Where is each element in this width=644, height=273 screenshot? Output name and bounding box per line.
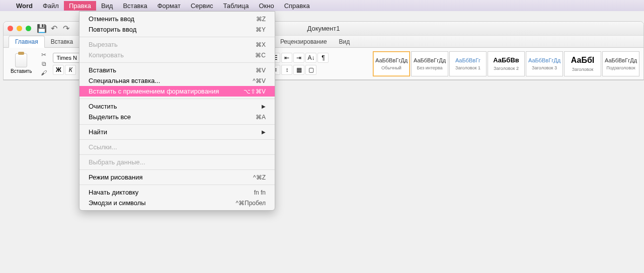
style-gallery-item[interactable]: АаБбВвГгЗаголовок 1 [449,51,487,76]
submenu-arrow-icon: ▶ [262,104,266,109]
style-label: Подзаголовок [606,65,635,70]
copy-icon[interactable]: ⧉ [40,60,48,67]
menu-item-shortcut: ⌘C [255,52,266,59]
save-icon[interactable]: 💾 [37,24,46,33]
tab-view[interactable]: Вид [333,36,356,47]
menubar-item-insert[interactable]: Вставка [118,1,152,11]
style-preview: АаБбВвГг [455,57,480,63]
menu-item[interactable]: Очистить▶ [79,101,275,112]
style-preview: АаБбВв [493,56,519,64]
style-preview: АаБбВвГгДд [375,57,408,63]
style-gallery-item[interactable]: АаБбВвЗаголовок 2 [488,51,525,76]
menu-item-label: Начать диктовку [89,189,138,196]
menu-item-label: Отменить ввод [89,15,134,23]
menu-item-label: Найти [89,128,107,136]
outdent-icon[interactable]: ⇤ [281,53,292,63]
menu-item[interactable]: Выделить все⌘A [79,112,275,122]
bold-button[interactable]: Ж [53,65,64,75]
cut-icon[interactable]: ✂ [40,51,48,58]
menu-item[interactable]: Начать диктовкуfn fn [79,187,275,198]
menu-item[interactable]: Вставить с применением форматирования⌥⇧⌘… [79,86,275,97]
menu-item-shortcut: ⌘Y [256,26,266,33]
indent-icon[interactable]: ⇥ [293,53,304,63]
tab-insert[interactable]: Вставка [45,36,79,47]
tab-home[interactable]: Главная [9,36,45,48]
clipboard-small-buttons: ✂ ⧉ 🖌 [38,51,50,76]
menu-item-label: Вставить с применением форматирования [89,87,219,95]
borders-icon[interactable]: ▢ [305,65,316,75]
menu-item[interactable]: Режим рисования^⌘Z [79,172,275,183]
style-label: Заголовок 2 [494,66,519,71]
menu-separator [79,185,275,185]
menu-item-shortcut: ⌘Z [256,16,266,23]
menu-item-label: Выделить все [89,113,131,121]
document-title: Документ1 [307,25,340,32]
zoom-icon[interactable] [26,26,31,31]
style-label: Обычный [381,65,401,70]
minimize-icon[interactable] [17,26,22,31]
menu-item-label: Эмодзи и символы [89,199,146,207]
shading-icon[interactable]: ▦ [293,65,304,75]
menubar-app-name[interactable]: Word [11,1,38,11]
menu-item-shortcut: ⌘V [256,67,266,74]
menu-separator [79,139,275,140]
quick-access-toolbar: 💾 ↶ ↷ [37,24,70,33]
menu-item: Выбрать данные... [79,157,275,167]
style-gallery-item[interactable]: АаБбВвГгДдБез интерва [411,51,448,76]
menu-item-label: Специальная вставка... [89,77,160,84]
menu-item: Вырезать⌘X [79,39,275,50]
menubar-item-file[interactable]: Файл [38,1,64,11]
menu-item[interactable]: Повторить ввод⌘Y [79,24,275,35]
style-preview: АаБбВвГгДд [605,57,637,63]
menu-item[interactable]: Отменить ввод⌘Z [79,14,275,24]
menu-item-label: Вставить [89,66,116,74]
menu-item-shortcut: ^⌘Z [253,174,266,181]
menu-item[interactable]: Специальная вставка...^⌘V [79,75,275,86]
format-painter-icon[interactable]: 🖌 [40,69,48,76]
menubar-item-tools[interactable]: Сервис [186,1,218,11]
style-label: Без интерва [417,65,442,70]
style-label: Заголовок 1 [455,65,480,70]
menubar-item-format[interactable]: Формат [152,1,186,11]
italic-button[interactable]: К [65,65,76,75]
menu-item-label: Копировать [89,51,124,59]
menubar-item-help[interactable]: Справка [279,1,315,11]
menu-item-shortcut: ⌥⇧⌘V [244,88,266,95]
style-gallery-item[interactable]: АаБбВвГгДдЗаголовок 3 [526,51,563,76]
style-gallery-item[interactable]: АаБбВвГгДдОбычный [373,51,410,76]
style-gallery-item[interactable]: АаБбВвГгДдПодзаголовок [602,51,639,76]
menu-item-label: Вырезать [89,41,118,48]
menu-item-label: Ссылки... [89,143,117,151]
menu-separator [79,124,275,125]
menubar-item-edit[interactable]: Правка [64,1,96,11]
menubar-item-window[interactable]: Окно [254,1,279,11]
menu-item: Ссылки... [79,142,275,152]
style-preview: АаБбI [571,56,594,65]
close-icon[interactable] [8,26,13,31]
line-spacing-icon[interactable]: ↕ [281,65,292,75]
menubar-item-table[interactable]: Таблица [218,1,254,11]
menu-item-shortcut: ⌘X [256,41,266,48]
submenu-arrow-icon: ▶ [262,129,266,135]
edit-menu-dropdown: Отменить ввод⌘ZПовторить ввод⌘YВырезать⌘… [79,11,275,211]
menu-item: Копировать⌘C [79,50,275,60]
style-label: Заголовок [572,67,593,72]
paragraph-icon[interactable]: ¶ [317,53,329,63]
menu-item[interactable]: Найти▶ [79,127,275,137]
menu-item[interactable]: Вставить⌘V [79,65,275,75]
sort-icon[interactable]: A↓ [305,53,316,63]
menu-item-label: Выбрать данные... [89,158,145,166]
paste-label: Вставить [11,68,32,74]
tab-review[interactable]: Рецензирование [274,36,333,47]
styles-gallery: АаБбВвГгДдОбычныйАаБбВвГгДдБез интерваАа… [373,51,639,76]
paste-button[interactable]: Вставить [8,52,35,75]
menu-separator [79,62,275,63]
menu-item-label: Повторить ввод [89,26,136,33]
menu-separator [79,154,275,155]
menu-item-shortcut: fn fn [254,189,266,196]
style-gallery-item[interactable]: АаБбIЗаголовок [564,51,601,76]
undo-icon[interactable]: ↶ [49,24,58,33]
menubar-item-view[interactable]: Вид [96,1,118,11]
redo-icon[interactable]: ↷ [61,24,70,33]
menu-item[interactable]: Эмодзи и символы^⌘Пробел [79,198,275,208]
